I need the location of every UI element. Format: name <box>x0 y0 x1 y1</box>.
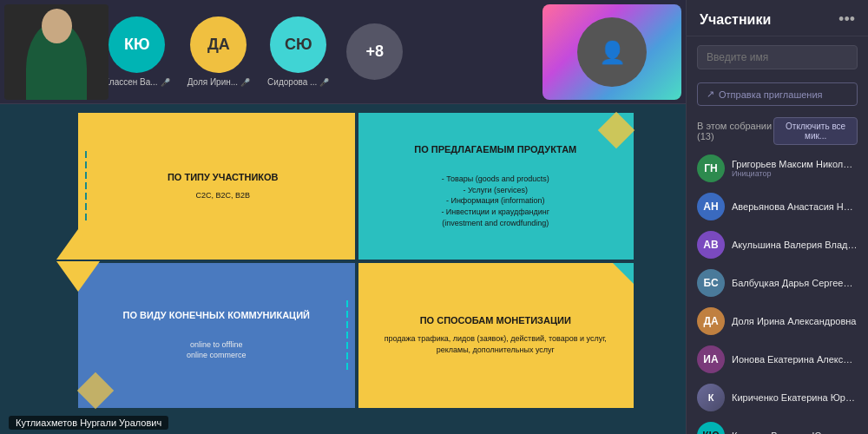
slide: ПО ТИПУ УЧАСТНИКОВ C2C, B2C, B2B ПО ПРЕД… <box>78 113 634 408</box>
q1-content: C2C, B2C, B2B <box>168 190 279 201</box>
participant-avatar: АН <box>697 193 725 220</box>
participant-avatar: АВ <box>697 231 725 259</box>
panel-title: Участники <box>700 12 771 28</box>
quadrant-1: ПО ТИПУ УЧАСТНИКОВ C2C, B2C, B2B <box>78 113 355 260</box>
participant-name: Кириченко Екатерина Юрьевна <box>732 392 858 403</box>
participant-name: Классен Валерия Юрьевна <box>732 431 858 434</box>
presentation-area: ПО ТИПУ УЧАСТНИКОВ C2C, B2C, B2B ПО ПРЕД… <box>0 104 686 434</box>
meeting-count: В этом собрании (13) <box>697 121 773 141</box>
avatar-syu: СЮ <box>270 16 326 73</box>
arrow-top <box>56 229 100 260</box>
avatar-name-da: Доля Ирин... 🎤 <box>187 77 250 87</box>
invite-icon: ↗ <box>707 89 714 100</box>
avatar-item-syu: СЮ Сидорова ... 🎤 <box>267 16 329 87</box>
participant-info: Ионова Екатерина Алексеевна <box>732 354 858 365</box>
presenter-name: Кутлиахметов Нургали Уралович <box>9 416 168 430</box>
q3-title: ПО ВИДУ КОНЕЧНЫХ КОММУНИКАЦИЙ <box>123 309 310 321</box>
participant-info: Балбуцкая Дарья Сергеевна <box>732 278 858 288</box>
q2-content: - Товары (goods and products) - Услуги (… <box>441 163 549 229</box>
participant-name: Доля Ирина Александровна <box>732 316 858 326</box>
quadrant-4: ПО СПОСОБАМ МОНЕТИЗАЦИИ продажа трафика,… <box>358 262 635 409</box>
participants-panel: Участники ••• ↗ Отправка приглашения В э… <box>686 0 868 434</box>
participant-info: Григорьев Максим Николаевич Инициатор <box>732 159 858 178</box>
arrow-decoration <box>56 229 100 292</box>
participant-item[interactable]: КЮ Классен Валерия Юрьевна <box>694 417 861 434</box>
avatar-item-da: ДА Доля Ирин... 🎤 <box>187 16 250 87</box>
avatar-name-syu: Сидорова ... 🎤 <box>267 77 329 87</box>
arrow-bottom <box>56 261 100 292</box>
avatar-item: КЮ Классен Ва... 🎤 <box>104 16 170 87</box>
participants-list: ГН Григорьев Максим Николаевич Инициатор… <box>687 149 868 434</box>
participant-item[interactable]: БС Балбуцкая Дарья Сергеевна <box>694 264 861 302</box>
panel-header: Участники ••• <box>687 0 868 36</box>
remote-video: 👤 <box>542 4 681 100</box>
avatar-group: КЮ Классен Ва... 🎤 ДА Доля Ирин... 🎤 <box>104 16 403 87</box>
mic-icon: 🎤 <box>240 78 250 87</box>
q2-title: ПО ПРЕДЛАГАЕМЫМ ПРОДУКТАМ <box>414 143 576 155</box>
participant-name: Аверьянова Анастасия Никол... <box>732 201 858 212</box>
participant-item[interactable]: АВ Акульшина Валерия Владимир... <box>694 226 861 264</box>
participant-role: Инициатор <box>732 169 858 178</box>
participant-name: Балбуцкая Дарья Сергеевна <box>732 278 858 288</box>
participant-item[interactable]: ГН Григорьев Максим Николаевич Инициатор <box>694 149 861 187</box>
avatar-name-kyu: Классен Ва... 🎤 <box>104 77 170 87</box>
participant-avatar: ГН <box>697 155 725 182</box>
participant-avatar: БС <box>697 269 725 297</box>
participant-name: Григорьев Максим Николаевич <box>732 159 858 169</box>
self-video <box>4 4 108 100</box>
avatar-da: ДА <box>190 16 247 73</box>
q3-content: online to offline online commerce <box>187 328 247 361</box>
participant-avatar: КЮ <box>697 422 725 434</box>
participant-name: Акульшина Валерия Владимир... <box>732 240 858 250</box>
quadrant-2: ПО ПРЕДЛАГАЕМЫМ ПРОДУКТАМ - Товары (good… <box>358 113 635 260</box>
panel-more-button[interactable]: ••• <box>838 10 855 29</box>
mute-all-button[interactable]: Отключить все мик... <box>773 117 858 145</box>
participant-item[interactable]: ДА Доля Ирина Александровна <box>694 302 861 340</box>
avatar-item-more[interactable]: +8 <box>346 23 403 80</box>
participant-name: Ионова Екатерина Алексеевна <box>732 354 858 365</box>
quadrant-3: ПО ВИДУ КОНЕЧНЫХ КОММУНИКАЦИЙ online to … <box>78 262 355 409</box>
mic-icon: 🎤 <box>319 78 329 87</box>
participant-avatar: ДА <box>697 307 725 335</box>
participant-item[interactable]: К Кириченко Екатерина Юрьевна <box>694 378 861 417</box>
participant-avatar: ИА <box>697 345 725 373</box>
participant-info: Акульшина Валерия Владимир... <box>732 240 858 250</box>
avatar-more[interactable]: +8 <box>346 23 403 80</box>
remote-person: 👤 <box>577 17 647 87</box>
video-panel: КЮ Классен Ва... 🎤 ДА Доля Ирин... 🎤 <box>0 0 686 434</box>
search-box[interactable] <box>697 45 858 69</box>
person-head <box>42 9 72 43</box>
q4-title: ПО СПОСОБАМ МОНЕТИЗАЦИИ <box>420 314 571 326</box>
participant-info: Аверьянова Анастасия Никол... <box>732 201 858 212</box>
participant-avatar: К <box>697 384 725 411</box>
participant-info: Кириченко Екатерина Юрьевна <box>732 392 858 403</box>
person-silhouette <box>26 22 87 100</box>
top-bar: КЮ Классен Ва... 🎤 ДА Доля Ирин... 🎤 <box>0 0 686 104</box>
participant-item[interactable]: ИА Ионова Екатерина Алексеевна <box>694 340 861 378</box>
participant-info: Доля Ирина Александровна <box>732 316 858 326</box>
participant-info: Классен Валерия Юрьевна <box>732 431 858 434</box>
q1-title: ПО ТИПУ УЧАСТНИКОВ <box>168 171 279 183</box>
invite-button[interactable]: ↗ Отправка приглашения <box>697 82 858 106</box>
slide-wrapper: ПО ТИПУ УЧАСТНИКОВ C2C, B2C, B2B ПО ПРЕД… <box>78 113 634 408</box>
mic-icon: 🎤 <box>161 78 170 87</box>
avatar-kyu: КЮ <box>108 16 165 73</box>
meeting-info: В этом собрании (13) Отключить все мик..… <box>687 113 868 149</box>
search-input[interactable] <box>707 51 848 63</box>
q4-content: продажа трафика, лидов (заявок), действи… <box>371 333 621 355</box>
participant-item[interactable]: АН Аверьянова Анастасия Никол... <box>694 187 861 226</box>
